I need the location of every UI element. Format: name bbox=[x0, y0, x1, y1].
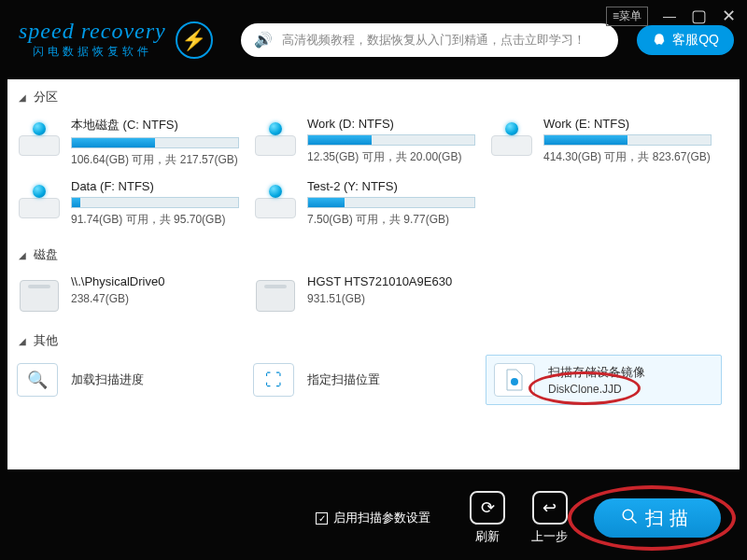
minimize-button[interactable]: — bbox=[663, 8, 676, 23]
drive-icon bbox=[17, 181, 62, 218]
collapse-icon: ◢ bbox=[19, 250, 26, 260]
back-button[interactable]: ↩ 上一步 bbox=[531, 491, 568, 545]
customer-service-button[interactable]: 客服QQ bbox=[637, 25, 734, 55]
search-icon bbox=[621, 508, 638, 529]
magnifier-icon: 🔍 bbox=[17, 363, 58, 397]
enable-param-checkbox[interactable]: ✓ 启用扫描参数设置 bbox=[316, 510, 430, 526]
qq-label: 客服QQ bbox=[672, 32, 719, 49]
section-disks[interactable]: ◢ 磁盘 bbox=[9, 243, 738, 267]
menu-button[interactable]: ≡菜单 bbox=[606, 7, 648, 26]
partition-item[interactable]: Data (F: NTFS) 91.74(GB) 可用，共 95.70(GB) bbox=[13, 174, 249, 233]
disk-sub: 238.47(GB) bbox=[71, 292, 246, 305]
partition-sub: 414.30(GB) 可用，共 823.67(GB) bbox=[543, 149, 718, 165]
svg-point-1 bbox=[623, 510, 633, 520]
param-label: 启用扫描参数设置 bbox=[333, 510, 430, 526]
section-other[interactable]: ◢ 其他 bbox=[9, 329, 738, 353]
disk-icon bbox=[253, 276, 298, 314]
footer-bar: ✓ 启用扫描参数设置 ⟳ 刷新 ↩ 上一步 扫描 bbox=[0, 476, 747, 560]
other-grid: 🔍 加载扫描进度 ⛶ 指定扫描位置 扫描存储设备镜像 DiskClone.JJD bbox=[9, 353, 738, 414]
partition-title: 本地磁盘 (C: NTFS) bbox=[71, 117, 246, 133]
disk-title: HGST HTS721010A9E630 bbox=[307, 274, 482, 288]
collapse-icon: ◢ bbox=[19, 92, 26, 103]
scan-label: 扫描 bbox=[645, 506, 694, 531]
usage-bar bbox=[71, 197, 239, 208]
logo: speed recovery 闪电数据恢复软件 ⚡ bbox=[19, 20, 213, 60]
disk-sub: 931.51(GB) bbox=[307, 292, 482, 305]
focus-icon: ⛶ bbox=[253, 363, 294, 397]
svg-point-0 bbox=[511, 378, 518, 385]
disk-item[interactable]: HGST HTS721010A9E630 931.51(GB) bbox=[249, 269, 486, 319]
drive-icon bbox=[17, 119, 62, 156]
image-file-name: DiskClone.JJD bbox=[548, 383, 645, 396]
partition-title: Data (F: NTFS) bbox=[71, 179, 246, 193]
partition-sub: 91.74(GB) 可用，共 95.70(GB) bbox=[71, 212, 246, 228]
partitions-grid: 本地磁盘 (C: NTFS) 106.64(GB) 可用，共 217.57(GB… bbox=[9, 109, 738, 243]
disk-item[interactable]: \\.\PhysicalDrive0 238.47(GB) bbox=[13, 269, 249, 319]
partition-item[interactable]: Work (E: NTFS) 414.30(GB) 可用，共 823.67(GB… bbox=[486, 111, 722, 174]
tutorial-banner[interactable]: 🔊 高清视频教程，数据恢复从入门到精通，点击立即学习！ bbox=[241, 23, 619, 57]
drive-icon bbox=[253, 181, 298, 218]
section-title: 磁盘 bbox=[34, 246, 58, 263]
refresh-label: 刷新 bbox=[475, 528, 500, 545]
disk-title: \\.\PhysicalDrive0 bbox=[71, 274, 246, 288]
partition-title: Test-2 (Y: NTFS) bbox=[307, 179, 482, 193]
maximize-button[interactable]: ▢ bbox=[691, 6, 707, 26]
partition-sub: 12.35(GB) 可用，共 20.00(GB) bbox=[307, 149, 482, 165]
section-title: 分区 bbox=[34, 89, 58, 105]
partition-item[interactable]: Test-2 (Y: NTFS) 7.50(GB) 可用，共 9.77(GB) bbox=[249, 174, 486, 233]
other-label: 指定扫描位置 bbox=[307, 371, 380, 388]
disk-icon bbox=[17, 276, 62, 314]
refresh-icon: ⟳ bbox=[470, 491, 505, 525]
partition-sub: 7.50(GB) 可用，共 9.77(GB) bbox=[307, 212, 482, 228]
other-label: 扫描存储设备镜像 bbox=[548, 364, 645, 381]
usage-bar bbox=[307, 197, 475, 208]
collapse-icon: ◢ bbox=[19, 336, 26, 346]
load-scan-progress[interactable]: 🔍 加载扫描进度 bbox=[13, 355, 249, 405]
usage-bar bbox=[543, 134, 712, 146]
close-button[interactable]: ✕ bbox=[722, 6, 736, 26]
partition-item[interactable]: 本地磁盘 (C: NTFS) 106.64(GB) 可用，共 217.57(GB… bbox=[13, 111, 249, 174]
bolt-icon: ⚡ bbox=[176, 21, 213, 59]
back-label: 上一步 bbox=[531, 528, 568, 545]
banner-text: 高清视频教程，数据恢复从入门到精通，点击立即学习！ bbox=[282, 32, 585, 49]
usage-bar bbox=[307, 134, 475, 146]
partition-sub: 106.64(GB) 可用，共 217.57(GB) bbox=[71, 152, 246, 168]
file-icon bbox=[494, 363, 535, 397]
window-controls: ≡菜单 — ▢ ✕ bbox=[606, 6, 736, 26]
scan-button[interactable]: 扫描 bbox=[594, 498, 721, 538]
disks-grid: \\.\PhysicalDrive0 238.47(GB) HGST HTS72… bbox=[9, 267, 738, 329]
app-header: ≡菜单 — ▢ ✕ speed recovery 闪电数据恢复软件 ⚡ 🔊 高清… bbox=[0, 0, 747, 79]
refresh-button[interactable]: ⟳ 刷新 bbox=[470, 491, 505, 545]
logo-sub-text: 闪电数据恢复软件 bbox=[19, 44, 166, 60]
scan-device-image[interactable]: 扫描存储设备镜像 DiskClone.JJD bbox=[486, 355, 722, 405]
partition-title: Work (D: NTFS) bbox=[307, 117, 482, 131]
drive-icon bbox=[253, 119, 298, 156]
drive-icon bbox=[489, 119, 534, 156]
set-scan-location[interactable]: ⛶ 指定扫描位置 bbox=[249, 355, 486, 405]
section-title: 其他 bbox=[34, 332, 58, 349]
qq-icon bbox=[652, 33, 667, 48]
logo-main-text: speed recovery bbox=[19, 20, 166, 42]
svg-line-2 bbox=[631, 518, 636, 523]
checkbox-icon: ✓ bbox=[316, 512, 328, 525]
usage-bar bbox=[71, 137, 239, 148]
main-panel: ◢ 分区 本地磁盘 (C: NTFS) 106.64(GB) 可用，共 217.… bbox=[7, 79, 740, 469]
other-label: 加载扫描进度 bbox=[71, 371, 144, 388]
partition-title: Work (E: NTFS) bbox=[543, 117, 718, 131]
sound-icon: 🔊 bbox=[254, 31, 273, 49]
back-icon: ↩ bbox=[532, 491, 568, 525]
partition-item[interactable]: Work (D: NTFS) 12.35(GB) 可用，共 20.00(GB) bbox=[249, 111, 486, 174]
section-partitions[interactable]: ◢ 分区 bbox=[9, 85, 738, 109]
